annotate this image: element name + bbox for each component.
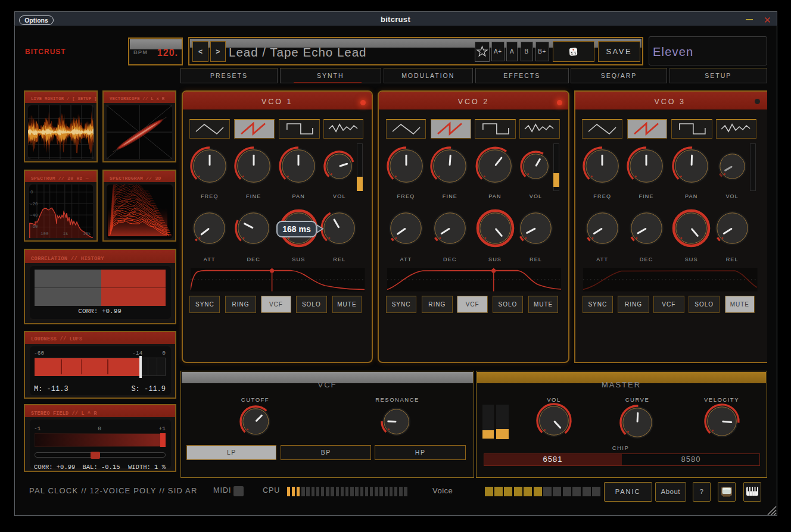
- svg-text:-60: -60: [30, 224, 38, 229]
- svg-text:100: 100: [41, 231, 49, 236]
- svg-text:-40: -40: [30, 213, 38, 218]
- svg-text:0: 0: [30, 190, 33, 195]
- svg-text:-20: -20: [30, 202, 38, 206]
- svg-text:1k: 1k: [63, 231, 68, 236]
- svg-text:10k: 10k: [83, 231, 91, 236]
